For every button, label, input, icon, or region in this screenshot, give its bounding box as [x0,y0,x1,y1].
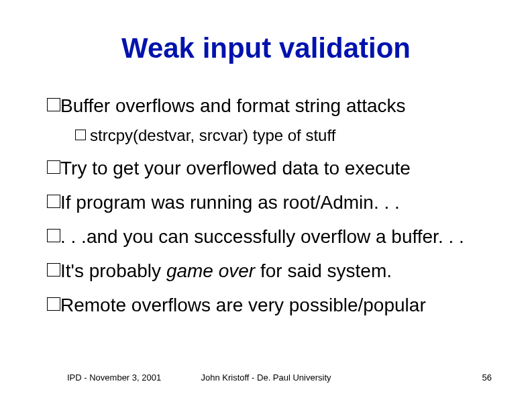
bullet-marker-icon [47,195,60,208]
bullet-text-pre: It's probably [60,260,166,281]
bullet-marker-icon [47,98,60,111]
bullet-text: Try to get your overflowed data to execu… [60,156,505,180]
bullet-sub-item: strcpy(destvar, srcvar) type of stuff [75,126,505,146]
bullet-text: Remote overflows are very possible/popul… [60,293,505,317]
bullet-marker-icon [47,263,60,277]
bullet-item: It's probably game over for said system. [47,259,505,283]
bullet-item: If program was running as root/Admin. . … [47,191,505,214]
bullet-text: Buffer overflows and format string attac… [60,94,505,117]
slide-title: Weak input validation [0,32,532,64]
bullet-item: Buffer overflows and format string attac… [47,94,505,117]
bullet-item: . . .and you can successfully overflow a… [47,225,505,248]
bullet-item: Try to get your overflowed data to execu… [47,156,505,180]
bullet-text: strcpy(destvar, srcvar) type of stuff [90,126,505,146]
bullet-marker-icon [47,229,60,242]
bullet-marker-icon [75,130,86,140]
bullet-text-em: game over [166,260,255,281]
bullet-item: Remote overflows are very possible/popul… [47,293,505,317]
bullet-marker-icon [47,297,60,311]
slide-number: 56 [482,372,492,383]
footer-author: John Kristoff - De. Paul University [0,372,532,383]
bullet-marker-icon [47,160,60,174]
bullet-text: It's probably game over for said system. [60,259,505,283]
bullet-text: . . .and you can successfully overflow a… [60,225,505,248]
slide-content: Buffer overflows and format string attac… [47,94,505,328]
bullet-text: If program was running as root/Admin. . … [60,191,505,214]
slide: Weak input validation Buffer overflows a… [0,0,532,400]
bullet-text-post: for said system. [255,260,392,281]
